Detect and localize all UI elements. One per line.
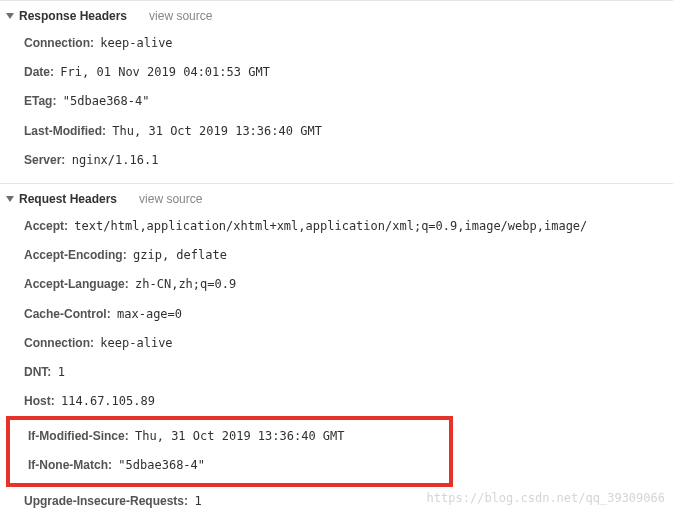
header-row: If-Modified-Since: Thu, 31 Oct 2019 13:3… xyxy=(10,422,449,451)
header-name: Cache-Control: xyxy=(24,307,111,321)
header-name: Accept-Language: xyxy=(24,277,129,291)
header-value: 1 xyxy=(58,365,65,379)
header-name: Server: xyxy=(24,153,65,167)
header-value: 1 xyxy=(194,494,201,508)
header-value: keep-alive xyxy=(100,336,172,350)
request-headers-section: Request Headers view source Accept: text… xyxy=(0,183,673,509)
response-headers-title: Response Headers xyxy=(19,9,127,23)
header-name: Host: xyxy=(24,394,55,408)
header-name: Last-Modified: xyxy=(24,124,106,138)
header-row: Connection: keep-alive xyxy=(0,329,673,358)
header-name: If-None-Match: xyxy=(28,458,112,472)
view-source-link[interactable]: view source xyxy=(139,192,202,206)
header-value: text/html,application/xhtml+xml,applicat… xyxy=(74,219,587,233)
header-row: ETag: "5dbae368-4" xyxy=(0,87,673,116)
view-source-link[interactable]: view source xyxy=(149,9,212,23)
header-value: "5dbae368-4" xyxy=(63,94,150,108)
header-row: Connection: keep-alive xyxy=(0,29,673,58)
header-name: Date: xyxy=(24,65,54,79)
header-name: DNT: xyxy=(24,365,51,379)
header-value: "5dbae368-4" xyxy=(118,458,205,472)
header-row: Cache-Control: max-age=0 xyxy=(0,300,673,329)
highlight-annotation: If-Modified-Since: Thu, 31 Oct 2019 13:3… xyxy=(6,416,453,486)
header-row: DNT: 1 xyxy=(0,358,673,387)
request-headers-toggle[interactable]: Request Headers view source xyxy=(0,188,673,210)
header-row: Accept-Encoding: gzip, deflate xyxy=(0,241,673,270)
header-value: 114.67.105.89 xyxy=(61,394,155,408)
header-row: Accept-Language: zh-CN,zh;q=0.9 xyxy=(0,270,673,299)
request-headers-list: Accept: text/html,application/xhtml+xml,… xyxy=(0,210,673,509)
request-headers-title: Request Headers xyxy=(19,192,117,206)
header-row: Host: 114.67.105.89 xyxy=(0,387,673,416)
header-value: nginx/1.16.1 xyxy=(72,153,159,167)
header-value: keep-alive xyxy=(100,36,172,50)
header-value: Fri, 01 Nov 2019 04:01:53 GMT xyxy=(60,65,270,79)
header-name: Connection: xyxy=(24,336,94,350)
header-value: gzip, deflate xyxy=(133,248,227,262)
header-value: zh-CN,zh;q=0.9 xyxy=(135,277,236,291)
response-headers-section: Response Headers view source Connection:… xyxy=(0,0,673,183)
header-row: If-None-Match: "5dbae368-4" xyxy=(10,451,449,480)
header-row: Server: nginx/1.16.1 xyxy=(0,146,673,175)
response-headers-list: Connection: keep-alive Date: Fri, 01 Nov… xyxy=(0,27,673,183)
header-row: Date: Fri, 01 Nov 2019 04:01:53 GMT xyxy=(0,58,673,87)
header-value: Thu, 31 Oct 2019 13:36:40 GMT xyxy=(135,429,345,443)
chevron-down-icon xyxy=(6,13,14,19)
header-row: Upgrade-Insecure-Requests: 1 xyxy=(0,487,673,509)
response-headers-toggle[interactable]: Response Headers view source xyxy=(0,5,673,27)
header-name: Accept: xyxy=(24,219,68,233)
header-row: Accept: text/html,application/xhtml+xml,… xyxy=(0,212,673,241)
header-row: Last-Modified: Thu, 31 Oct 2019 13:36:40… xyxy=(0,117,673,146)
header-name: ETag: xyxy=(24,94,56,108)
header-name: Accept-Encoding: xyxy=(24,248,127,262)
header-name: Upgrade-Insecure-Requests: xyxy=(24,494,188,508)
header-value: Thu, 31 Oct 2019 13:36:40 GMT xyxy=(112,124,322,138)
header-value: max-age=0 xyxy=(117,307,182,321)
header-name: Connection: xyxy=(24,36,94,50)
header-name: If-Modified-Since: xyxy=(28,429,129,443)
chevron-down-icon xyxy=(6,196,14,202)
